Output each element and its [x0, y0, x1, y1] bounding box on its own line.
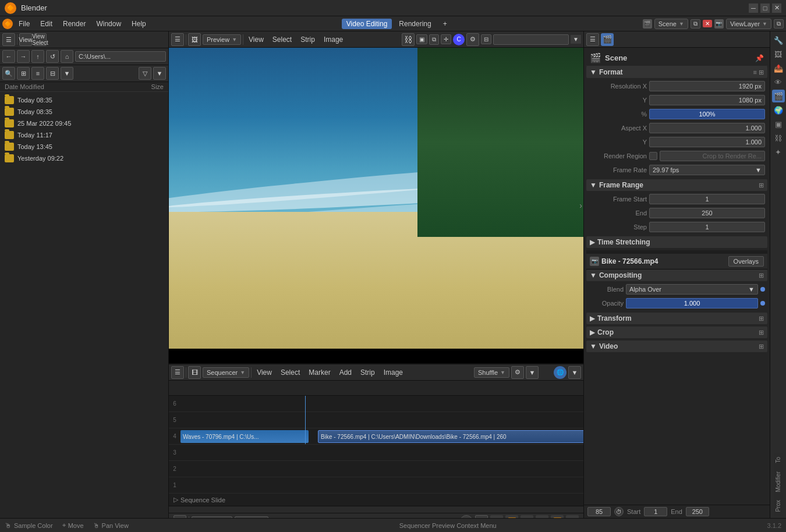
view-options-btn[interactable]: ▼ [61, 67, 73, 80]
output-settings-btn[interactable]: ⚙ [466, 33, 479, 46]
minimize-button[interactable]: ─ [749, 3, 758, 13]
viewlayer-selector[interactable]: ViewLayer ▼ [726, 19, 771, 29]
nav-up-button[interactable]: ↑ [31, 50, 44, 63]
prop-aspect-x-value[interactable]: 1.000 [649, 123, 765, 133]
menu-edit[interactable]: Edit [36, 19, 57, 29]
view-type-btn[interactable]: ▣ [416, 34, 427, 44]
props-panel-icon[interactable]: ☰ [586, 33, 599, 46]
prop-render-icon[interactable]: 🖼 [772, 48, 785, 61]
format-list-icon[interactable]: ≡ [753, 69, 757, 76]
seq-menu-select[interactable]: Select [277, 367, 303, 378]
frame-nav-current[interactable]: 85 [587, 507, 611, 516]
seq-menu-add[interactable]: Add [336, 367, 355, 378]
seq-menu-marker[interactable]: Marker [305, 367, 334, 378]
blend-select[interactable]: Alpha Over ▼ [626, 284, 758, 295]
seq-magnet-btn[interactable]: ⚙ [511, 366, 524, 379]
prop-aspect-y-value[interactable]: 1.000 [649, 137, 765, 147]
prop-tool-icon[interactable]: 🔧 [772, 34, 785, 47]
preview-menu-view[interactable]: View [245, 34, 267, 45]
transform-header[interactable]: ▶ Transform ⊞ [586, 313, 767, 324]
seq-options-btn[interactable]: ▼ [568, 366, 581, 379]
nav-back-button[interactable]: ← [2, 50, 15, 63]
preview-menu-image[interactable]: Image [320, 34, 346, 45]
seq-extra-btn[interactable]: ▼ [526, 366, 539, 379]
prop-world-icon[interactable]: 🌍 [772, 104, 785, 116]
preview-panel-icon[interactable]: ☰ [171, 33, 184, 46]
add-workspace-button[interactable]: + [438, 19, 452, 29]
prop-step-value[interactable]: 1 [649, 222, 765, 232]
scene-copy-button[interactable]: ⧉ [691, 19, 700, 29]
gizmo-btn[interactable]: ✛ [441, 34, 451, 44]
maximize-button[interactable]: □ [760, 3, 770, 13]
workspace-video-editing[interactable]: Video Editing [342, 19, 392, 29]
compositing-header[interactable]: ▼ Compositing ⊞ [586, 269, 767, 281]
nav-reload-button[interactable]: ↺ [46, 50, 59, 63]
frame-nav-end[interactable]: 250 [686, 507, 709, 516]
pin-icon[interactable]: 📌 [755, 54, 764, 62]
search-input[interactable] [493, 34, 569, 45]
preview-viewport[interactable]: › [169, 48, 583, 363]
prop-output-icon[interactable]: 📤 [772, 62, 785, 75]
prop-frame-start-value[interactable]: 1 [649, 194, 765, 204]
frame-nav-start[interactable]: 1 [644, 507, 667, 516]
list-item[interactable]: Yesterday 09:22 [0, 152, 168, 164]
format-section-header[interactable]: ▼ Format ≡ ⊞ [586, 66, 767, 78]
preview-menu-select[interactable]: Select [269, 34, 295, 45]
path-input[interactable] [75, 51, 166, 62]
panel-type-icon[interactable]: ☰ [2, 33, 15, 46]
prop-resolution-y-value[interactable]: 1080 px [649, 95, 765, 105]
seq-type-icon[interactable]: 🎞 [188, 366, 201, 379]
props-scene-icon[interactable]: 🎬 [601, 33, 614, 46]
view-mode-btn[interactable]: ⊟ [46, 67, 59, 80]
opacity-value[interactable]: 1.000 [626, 298, 758, 308]
color-scheme-btn[interactable]: C [453, 34, 465, 45]
grid-view-btn[interactable]: ⊞ [17, 67, 30, 80]
clip-waves[interactable]: Waves - 70796.mp4 | C:\Us... [180, 430, 309, 443]
seq-menu-strip[interactable]: Strip [357, 367, 378, 378]
list-item[interactable]: Today 13:45 [0, 141, 168, 152]
prop-constraint-icon[interactable]: ⛓ [772, 132, 785, 144]
menu-file[interactable]: File [14, 19, 34, 29]
overlay-btn[interactable]: ⧉ [429, 34, 439, 45]
shuffle-dropdown[interactable]: Shuffle ▼ [474, 367, 509, 378]
time-stretching-header[interactable]: ▶ Time Stretching [586, 236, 767, 248]
video-grid-icon[interactable]: ⊞ [759, 343, 764, 350]
frame-range-header[interactable]: ▼ Frame Range ⊞ [586, 179, 767, 191]
menu-render[interactable]: Render [58, 19, 90, 29]
workspace-rendering[interactable]: Rendering [394, 19, 436, 29]
nav-forward-button[interactable]: → [17, 50, 30, 63]
crop-grid-icon[interactable]: ⊞ [759, 329, 764, 336]
prop-percent-value[interactable]: 100% [649, 109, 765, 119]
menu-window[interactable]: Window [91, 19, 126, 29]
prop-frame-end-value[interactable]: 250 [649, 208, 765, 218]
video-header[interactable]: ▼ Video ⊞ [586, 341, 767, 352]
filter-btn[interactable]: ▽ [139, 67, 151, 80]
frame-range-grid-icon[interactable]: ⊞ [759, 182, 764, 189]
prop-view-icon[interactable]: 👁 [772, 76, 785, 88]
list-item[interactable]: Today 08:35 [0, 106, 168, 118]
format-grid-icon[interactable]: ⊞ [759, 69, 764, 76]
prop-render-region-checkbox[interactable] [649, 152, 657, 160]
prop-frame-rate-value[interactable]: 29.97 fps ▼ [649, 165, 765, 175]
preview-menu-strip[interactable]: Strip [297, 34, 318, 45]
seq-panel-icon[interactable]: ☰ [171, 366, 184, 379]
nav-home-button[interactable]: ⌂ [61, 50, 73, 63]
prop-resolution-x-value[interactable]: 1920 px [649, 81, 765, 91]
seq-menu-image[interactable]: Image [380, 367, 406, 378]
viewlayer-copy-button[interactable]: ⧉ [774, 19, 784, 29]
overlays-button[interactable]: Overlays [728, 256, 764, 267]
select-button[interactable]: View Select [34, 33, 47, 46]
vtab-modifier[interactable]: Modifier [774, 468, 783, 496]
close-button[interactable]: ✕ [772, 3, 781, 13]
menu-help[interactable]: Help [127, 19, 151, 29]
prop-scene-icon[interactable]: 🎬 [772, 90, 785, 102]
scene-selector[interactable]: Scene ▼ [654, 19, 688, 29]
preview-icon[interactable]: 🖼 [188, 33, 201, 46]
seq-menu-view[interactable]: View [253, 367, 275, 378]
view-button[interactable]: View [19, 33, 32, 46]
crop-header[interactable]: ▶ Crop ⊞ [586, 327, 767, 338]
list-item[interactable]: Today 11:17 [0, 129, 168, 141]
preview-dropdown[interactable]: Preview ▼ [203, 34, 241, 45]
camera-bind-icon[interactable]: ⛓ [402, 33, 415, 46]
sequencer-dropdown[interactable]: Sequencer ▼ [203, 367, 249, 378]
